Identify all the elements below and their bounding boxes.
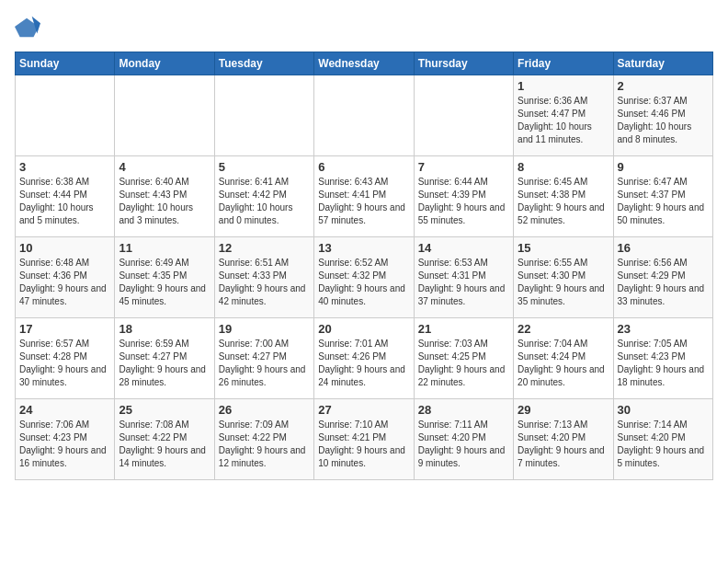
calendar-cell: 7Sunrise: 6:44 AMSunset: 4:39 PMDaylight… — [414, 156, 513, 237]
calendar-table: SundayMondayTuesdayWednesdayThursdayFrid… — [15, 52, 713, 480]
day-number: 21 — [418, 322, 509, 336]
day-number: 30 — [618, 403, 709, 417]
calendar-cell: 29Sunrise: 7:13 AMSunset: 4:20 PMDayligh… — [514, 399, 613, 480]
day-info: Sunrise: 6:48 AMSunset: 4:36 PMDaylight:… — [19, 257, 110, 308]
weekday-header-friday: Friday — [514, 52, 613, 75]
calendar-cell: 26Sunrise: 7:09 AMSunset: 4:22 PMDayligh… — [214, 399, 313, 480]
day-number: 8 — [518, 160, 609, 174]
calendar-cell: 18Sunrise: 6:59 AMSunset: 4:27 PMDayligh… — [115, 318, 214, 399]
calendar-cell: 30Sunrise: 7:14 AMSunset: 4:20 PMDayligh… — [613, 399, 712, 480]
day-number: 24 — [19, 403, 110, 417]
calendar-week-row: 24Sunrise: 7:06 AMSunset: 4:23 PMDayligh… — [16, 399, 713, 480]
day-number: 4 — [119, 160, 210, 174]
calendar-cell: 21Sunrise: 7:03 AMSunset: 4:25 PMDayligh… — [414, 318, 513, 399]
calendar-cell — [414, 75, 513, 156]
day-info: Sunrise: 6:38 AMSunset: 4:44 PMDaylight:… — [19, 176, 110, 227]
weekday-header-tuesday: Tuesday — [214, 52, 313, 75]
calendar-cell: 14Sunrise: 6:53 AMSunset: 4:31 PMDayligh… — [414, 237, 513, 318]
day-number: 13 — [318, 241, 409, 255]
day-info: Sunrise: 6:52 AMSunset: 4:32 PMDaylight:… — [318, 257, 409, 308]
calendar-cell: 11Sunrise: 6:49 AMSunset: 4:35 PMDayligh… — [115, 237, 214, 318]
calendar-cell: 23Sunrise: 7:05 AMSunset: 4:23 PMDayligh… — [613, 318, 712, 399]
calendar-cell — [115, 75, 214, 156]
day-number: 18 — [119, 322, 210, 336]
weekday-header-sunday: Sunday — [16, 52, 115, 75]
day-number: 15 — [518, 241, 609, 255]
day-info: Sunrise: 6:59 AMSunset: 4:27 PMDaylight:… — [119, 338, 210, 389]
calendar-cell: 1Sunrise: 6:36 AMSunset: 4:47 PMDaylight… — [514, 75, 613, 156]
calendar-cell: 20Sunrise: 7:01 AMSunset: 4:26 PMDayligh… — [314, 318, 414, 399]
day-info: Sunrise: 7:05 AMSunset: 4:23 PMDaylight:… — [618, 338, 709, 389]
calendar-cell — [314, 75, 414, 156]
calendar-cell: 10Sunrise: 6:48 AMSunset: 4:36 PMDayligh… — [16, 237, 115, 318]
day-info: Sunrise: 6:41 AMSunset: 4:42 PMDaylight:… — [219, 176, 310, 227]
day-info: Sunrise: 6:40 AMSunset: 4:43 PMDaylight:… — [119, 176, 210, 227]
calendar-cell: 27Sunrise: 7:10 AMSunset: 4:21 PMDayligh… — [314, 399, 414, 480]
day-info: Sunrise: 6:43 AMSunset: 4:41 PMDaylight:… — [318, 176, 409, 227]
day-number: 20 — [318, 322, 409, 336]
weekday-header-thursday: Thursday — [414, 52, 513, 75]
calendar-cell: 9Sunrise: 6:47 AMSunset: 4:37 PMDaylight… — [613, 156, 712, 237]
day-number: 14 — [418, 241, 509, 255]
calendar-cell: 4Sunrise: 6:40 AMSunset: 4:43 PMDaylight… — [115, 156, 214, 237]
calendar-cell: 16Sunrise: 6:56 AMSunset: 4:29 PMDayligh… — [613, 237, 712, 318]
calendar-cell: 2Sunrise: 6:37 AMSunset: 4:46 PMDaylight… — [613, 75, 712, 156]
weekday-header-wednesday: Wednesday — [314, 52, 414, 75]
day-number: 27 — [318, 403, 409, 417]
day-number: 10 — [19, 241, 110, 255]
calendar-cell: 15Sunrise: 6:55 AMSunset: 4:30 PMDayligh… — [514, 237, 613, 318]
logo — [15, 15, 44, 40]
day-number: 22 — [518, 322, 609, 336]
day-info: Sunrise: 7:06 AMSunset: 4:23 PMDaylight:… — [19, 419, 110, 470]
calendar-week-row: 10Sunrise: 6:48 AMSunset: 4:36 PMDayligh… — [16, 237, 713, 318]
calendar-cell: 12Sunrise: 6:51 AMSunset: 4:33 PMDayligh… — [214, 237, 313, 318]
calendar-week-row: 17Sunrise: 6:57 AMSunset: 4:28 PMDayligh… — [16, 318, 713, 399]
day-info: Sunrise: 7:11 AMSunset: 4:20 PMDaylight:… — [418, 419, 509, 470]
day-info: Sunrise: 6:45 AMSunset: 4:38 PMDaylight:… — [518, 176, 609, 227]
day-info: Sunrise: 7:03 AMSunset: 4:25 PMDaylight:… — [418, 338, 509, 389]
calendar-cell: 28Sunrise: 7:11 AMSunset: 4:20 PMDayligh… — [414, 399, 513, 480]
calendar-cell: 22Sunrise: 7:04 AMSunset: 4:24 PMDayligh… — [514, 318, 613, 399]
day-number: 9 — [618, 160, 709, 174]
day-info: Sunrise: 6:44 AMSunset: 4:39 PMDaylight:… — [418, 176, 509, 227]
calendar-week-row: 3Sunrise: 6:38 AMSunset: 4:44 PMDaylight… — [16, 156, 713, 237]
calendar-cell: 5Sunrise: 6:41 AMSunset: 4:42 PMDaylight… — [214, 156, 313, 237]
day-number: 17 — [19, 322, 110, 336]
weekday-header-row: SundayMondayTuesdayWednesdayThursdayFrid… — [16, 52, 713, 75]
day-number: 7 — [418, 160, 509, 174]
calendar-cell: 17Sunrise: 6:57 AMSunset: 4:28 PMDayligh… — [16, 318, 115, 399]
calendar-cell: 8Sunrise: 6:45 AMSunset: 4:38 PMDaylight… — [514, 156, 613, 237]
page-header — [15, 15, 713, 40]
calendar-cell — [214, 75, 313, 156]
day-number: 12 — [219, 241, 310, 255]
day-info: Sunrise: 6:51 AMSunset: 4:33 PMDaylight:… — [219, 257, 310, 308]
day-number: 6 — [318, 160, 409, 174]
day-number: 5 — [219, 160, 310, 174]
day-number: 11 — [119, 241, 210, 255]
day-info: Sunrise: 7:00 AMSunset: 4:27 PMDaylight:… — [219, 338, 310, 389]
day-info: Sunrise: 7:01 AMSunset: 4:26 PMDaylight:… — [318, 338, 409, 389]
day-number: 3 — [19, 160, 110, 174]
day-info: Sunrise: 6:49 AMSunset: 4:35 PMDaylight:… — [119, 257, 210, 308]
day-number: 25 — [119, 403, 210, 417]
calendar-cell — [16, 75, 115, 156]
day-info: Sunrise: 7:14 AMSunset: 4:20 PMDaylight:… — [618, 419, 709, 470]
day-info: Sunrise: 7:09 AMSunset: 4:22 PMDaylight:… — [219, 419, 310, 470]
day-info: Sunrise: 7:04 AMSunset: 4:24 PMDaylight:… — [518, 338, 609, 389]
logo-icon — [15, 15, 40, 40]
calendar-cell: 19Sunrise: 7:00 AMSunset: 4:27 PMDayligh… — [214, 318, 313, 399]
day-number: 29 — [518, 403, 609, 417]
day-info: Sunrise: 6:37 AMSunset: 4:46 PMDaylight:… — [618, 95, 709, 146]
calendar-cell: 25Sunrise: 7:08 AMSunset: 4:22 PMDayligh… — [115, 399, 214, 480]
day-number: 2 — [618, 79, 709, 93]
calendar-cell: 3Sunrise: 6:38 AMSunset: 4:44 PMDaylight… — [16, 156, 115, 237]
calendar-cell: 6Sunrise: 6:43 AMSunset: 4:41 PMDaylight… — [314, 156, 414, 237]
day-info: Sunrise: 6:47 AMSunset: 4:37 PMDaylight:… — [618, 176, 709, 227]
day-number: 26 — [219, 403, 310, 417]
day-number: 1 — [518, 79, 609, 93]
calendar-cell: 24Sunrise: 7:06 AMSunset: 4:23 PMDayligh… — [16, 399, 115, 480]
day-info: Sunrise: 6:36 AMSunset: 4:47 PMDaylight:… — [518, 95, 609, 146]
day-info: Sunrise: 6:57 AMSunset: 4:28 PMDaylight:… — [19, 338, 110, 389]
day-info: Sunrise: 7:08 AMSunset: 4:22 PMDaylight:… — [119, 419, 210, 470]
day-info: Sunrise: 6:53 AMSunset: 4:31 PMDaylight:… — [418, 257, 509, 308]
